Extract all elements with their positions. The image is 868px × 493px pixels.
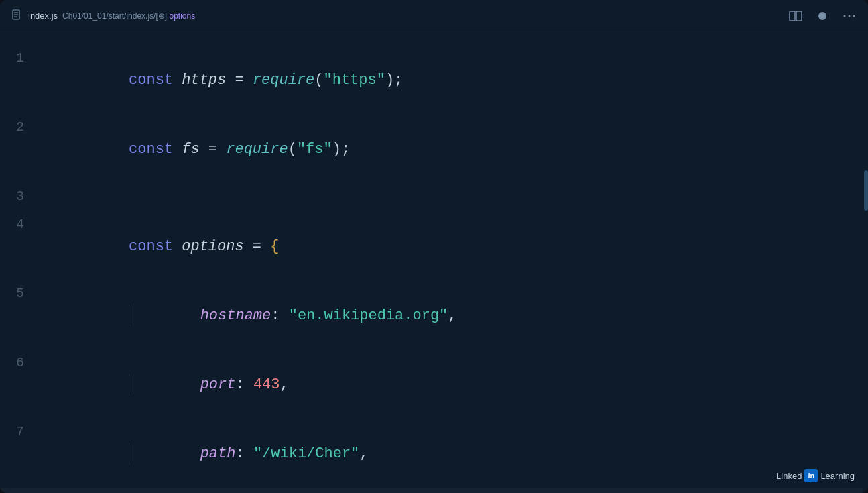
code-editor[interactable]: 1 const https = require("https"); 2 cons… (0, 32, 868, 493)
line-content-4: const options = { (40, 213, 279, 280)
dot-button[interactable] (814, 8, 830, 24)
svg-point-8 (853, 15, 855, 17)
scrollbar-thumb[interactable] (864, 170, 868, 211)
code-line-8: 8 method: "G" (0, 488, 868, 493)
scrollbar[interactable] (863, 32, 868, 493)
code-line-3: 3 (0, 184, 868, 212)
code-line-6: 6 port: 443, (0, 350, 868, 419)
linkedin-learning-badge: Linked in Learning (776, 469, 855, 482)
svg-point-7 (849, 15, 851, 17)
line-number-4: 4 (0, 217, 40, 232)
record-dot-icon (818, 12, 826, 20)
title-bar: index.js Ch01/01_01/start/index.js/[⊕] o… (0, 0, 868, 32)
line-content-8: method: "G" (40, 490, 299, 493)
linkedin-logo-icon: in (804, 469, 818, 482)
line-number-7: 7 (0, 424, 40, 439)
line-content-6: port: 443, (40, 351, 289, 418)
code-line-5: 5 hostname: "en.wikipedia.org", (0, 281, 868, 350)
line-number-5: 5 (0, 286, 40, 301)
line-content-3 (40, 185, 49, 207)
svg-point-6 (844, 15, 846, 17)
editor-window: index.js Ch01/01_01/start/index.js/[⊕] o… (0, 0, 868, 493)
line-content-2: const fs = require("fs"); (40, 116, 350, 182)
line-content-7: path: "/wiki/Cher", (40, 421, 369, 487)
linkedin-text: Linked (776, 471, 802, 481)
line-number-6: 6 (0, 355, 40, 370)
breadcrumb-highlight: options (169, 11, 195, 21)
line-content-5: hostname: "en.wikipedia.org", (40, 282, 457, 349)
svg-rect-5 (796, 11, 802, 21)
svg-rect-4 (790, 11, 795, 21)
title-text: index.js Ch01/01_01/start/index.js/[⊕] o… (28, 11, 195, 21)
breadcrumb: Ch01/01_01/start/index.js/[⊕] options (60, 11, 195, 21)
code-line-1: 1 const https = require("https"); (0, 46, 868, 115)
learning-text: Learning (820, 471, 855, 481)
code-line-2: 2 const fs = require("fs"); (0, 115, 868, 184)
split-editor-button[interactable] (788, 8, 804, 24)
line-number-1: 1 (0, 50, 40, 66)
line-number-3: 3 (0, 188, 40, 204)
line-content-1: const https = require("https"); (40, 47, 403, 113)
code-line-7: 7 path: "/wiki/Cher", (0, 419, 868, 488)
title-bar-right (788, 8, 857, 24)
filename: index.js (28, 11, 58, 21)
file-icon (11, 9, 21, 23)
code-lines: 1 const https = require("https"); 2 cons… (0, 46, 868, 493)
line-number-2: 2 (0, 119, 40, 135)
code-line-4: 4 const options = { (0, 212, 868, 281)
title-bar-left: index.js Ch01/01_01/start/index.js/[⊕] o… (11, 9, 195, 23)
more-actions-button[interactable] (841, 8, 857, 24)
